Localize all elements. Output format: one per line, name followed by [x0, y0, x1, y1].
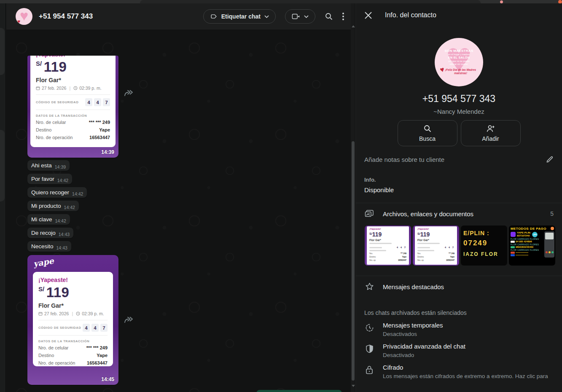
receipt-datetime: 27 feb. 2026 | 02:39 p. m. — [38, 311, 108, 316]
message-time: 14:43 — [56, 245, 67, 250]
yape-receipt-image-2[interactable]: yape ¡Yapeaste! S/ 119 Flor Gar* 27 feb.… — [27, 255, 118, 385]
scrollbar-up-arrow[interactable] — [352, 25, 355, 27]
chatlist-edge — [0, 3, 6, 392]
disappearing-messages-row[interactable]: Mensajes temporales Desactivados — [356, 316, 562, 337]
transaction-data-label: DATOS DE LA TRANSACCIÓN — [38, 339, 108, 343]
browser-avatar-dot — [500, 0, 503, 3]
chat-scrollbar-thumb[interactable] — [352, 141, 355, 381]
add-contact-button[interactable]: Añadir — [461, 120, 521, 146]
video-camera-icon — [292, 13, 300, 20]
yape-logo: yape — [33, 256, 55, 268]
security-code-label: CÓDIGO DE SEGURIDAD — [38, 326, 81, 330]
browser-tab-edge — [140, 0, 481, 3]
bank-badge — [511, 241, 515, 243]
transaction-data-label: DATOS DE LA TRANSACCIÓN — [36, 114, 110, 118]
pencil-icon[interactable] — [546, 156, 554, 163]
incoming-message[interactable]: Ahi esta14:39 — [27, 160, 70, 171]
panel-title: Info. del contacto — [385, 11, 436, 19]
media-thumb-plin-flyer[interactable]: E/PLIN : 07249 IAZO FLOR — [461, 226, 507, 266]
incoming-message[interactable]: Por favor14:42 — [27, 174, 72, 184]
shield-icon — [364, 344, 374, 353]
message-list: ¡Yapeaste! S/ 119 Flor Gar* 27 feb. 2026… — [6, 30, 351, 392]
chat-header: ♥ ♥ +51 954 577 343 Etiquetar chat — [6, 3, 351, 30]
small-heart-icon: ♥ — [17, 19, 20, 24]
label-chat-button[interactable]: Etiquetar chat — [203, 9, 276, 24]
contact-phone: +51 954 577 343 — [356, 93, 562, 105]
chat-title-phone[interactable]: +51 954 577 343 — [39, 12, 93, 21]
contact-info-panel: Info. del contacto ♥ SON MAESTRAS en el … — [355, 3, 562, 392]
incoming-message[interactable]: Necesito14:43 — [27, 241, 71, 252]
whatsapp-window: ♥ ♥ +51 954 577 343 Etiquetar chat — [0, 0, 562, 392]
chatlist-item-edge — [0, 130, 5, 201]
security-code-digits: 4 4 7 — [85, 98, 110, 106]
contact-avatar[interactable]: ♥ ♥ — [16, 8, 32, 25]
contact-actions: Busca Añadir — [356, 120, 562, 146]
media-thumb-receipt-1[interactable]: ¡Yapeaste! S/119 Flor Gar* 4 4 7 Nro.***… — [365, 226, 411, 266]
video-call-button[interactable] — [285, 9, 315, 24]
receipt-payee: Flor Gar* — [36, 77, 110, 83]
receipt-amount: S/ 119 — [38, 285, 108, 299]
search-icon[interactable] — [325, 12, 333, 21]
media-thumb-payment-methods[interactable]: METODOS DE PAGO YAPE-PLIN:937107249 plin… — [509, 226, 555, 266]
calendar-icon — [38, 311, 43, 316]
chevron-down-icon — [264, 15, 269, 18]
timer-icon — [364, 323, 374, 332]
chatlist-item-edge — [0, 28, 5, 75]
receipt-amount: S/ 119 — [36, 60, 110, 74]
about-label: Info. — [364, 177, 554, 183]
forward-icon[interactable] — [124, 315, 134, 325]
message-time: 14:39 — [101, 149, 114, 155]
outgoing-message[interactable]: LA CLAVE ES 9020 14:51 — [256, 390, 342, 392]
yape-app-icon — [511, 232, 516, 237]
bank-badge — [511, 254, 515, 256]
bank-badge — [511, 246, 515, 248]
about-value: Disponible — [364, 186, 554, 193]
incoming-message[interactable]: De recojo14:43 — [27, 228, 73, 238]
scrollbar-down-arrow[interactable] — [352, 385, 355, 387]
close-icon[interactable] — [364, 11, 372, 19]
security-code-label: CÓDIGO DE SEGURIDAD — [36, 100, 78, 104]
menu-kebab-icon[interactable] — [342, 13, 344, 20]
starred-messages-row[interactable]: Mensajes destacados — [356, 276, 562, 295]
message-time: 14:42 — [64, 205, 75, 210]
encryption-row[interactable]: Cifrado Los mensajes están cifrados de e… — [356, 358, 562, 379]
browser-strip — [0, 0, 562, 3]
yape-receipt-image-1[interactable]: ¡Yapeaste! S/ 119 Flor Gar* 27 feb. 2026… — [27, 56, 118, 158]
media-thumb-receipt-2[interactable]: ¡Yapeaste! S/119 Flor Gar* 4 4 7 Nro.***… — [413, 226, 459, 266]
media-count: 5 — [550, 210, 554, 217]
lock-icon — [364, 365, 374, 374]
media-thumbnails: ¡Yapeaste! S/119 Flor Gar* 4 4 7 Nro.***… — [356, 222, 562, 266]
contact-push-name: ~Nancy Melendez — [356, 108, 562, 115]
receipt-header: ¡Yapeaste! — [36, 56, 110, 58]
person-add-icon — [486, 124, 495, 133]
archived-muted-note: Los chats archivados están silenciados — [356, 309, 562, 316]
calendar-icon — [36, 86, 40, 90]
receipt-card: ¡Yapeaste! S/ 119 Flor Gar* 27 feb. 2026… — [33, 272, 113, 366]
receipt-payee: Flor Gar* — [38, 302, 108, 309]
message-time: 14:39 — [55, 164, 66, 169]
message-time: 14:43 — [59, 232, 70, 237]
about-section: Info. Disponible — [356, 177, 562, 193]
pos-terminal — [544, 231, 554, 258]
chat-column: ♥ ♥ +51 954 577 343 Etiquetar chat — [6, 3, 351, 392]
security-code-digits: 4 4 7 — [83, 324, 108, 332]
incoming-message[interactable]: Quiero recoger14:42 — [27, 187, 87, 198]
search-chat-button[interactable]: Busca — [398, 120, 457, 146]
message-time: 14:42 — [55, 218, 66, 223]
receipt-header: ¡Yapeaste! — [38, 277, 108, 283]
incoming-message[interactable]: Mi producto14:42 — [27, 201, 79, 211]
media-icon — [364, 209, 374, 218]
search-icon — [423, 124, 432, 133]
heart-icon: ♥ — [20, 8, 28, 23]
client-notes[interactable]: Añade notas sobre tu cliente — [356, 156, 562, 163]
label-chat-text: Etiquetar chat — [221, 13, 261, 20]
profile-photo[interactable]: ♥ SON MAESTRAS en el hogar y madres EN E… — [435, 38, 483, 86]
message-time: 14:45 — [101, 376, 114, 382]
forward-icon[interactable] — [124, 89, 134, 98]
receipt-datetime: 27 feb. 2026 | 02:39 p. m. — [36, 86, 110, 91]
media-row[interactable]: Archivos, enlaces y documentos 5 — [356, 203, 562, 222]
incoming-message[interactable]: Mi clave14:42 — [27, 214, 70, 225]
advanced-chat-privacy-row[interactable]: Privacidad avanzada del chat Desactivado — [356, 337, 562, 358]
plin-icon: plin — [532, 232, 538, 237]
receipt-card: ¡Yapeaste! S/ 119 Flor Gar* 27 feb. 2026… — [30, 56, 116, 147]
